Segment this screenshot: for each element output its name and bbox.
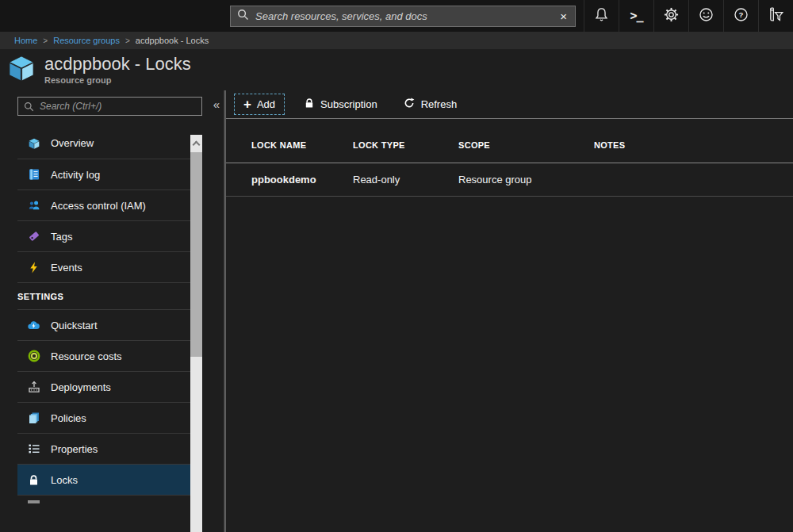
locks-table: LOCK NAME LOCK TYPE SCOPE NOTES ppbookde… <box>226 127 793 197</box>
add-button-label: Add <box>257 98 275 110</box>
sidebar-item-partial <box>17 495 191 504</box>
column-header-scope: SCOPE <box>458 140 594 150</box>
sidebar-item-label: Locks <box>51 474 78 486</box>
collapse-sidebar-icon[interactable]: « <box>213 98 220 111</box>
scrollbar-track[interactable] <box>190 357 202 532</box>
sidebar-item-label: Access control (IAM) <box>51 200 146 212</box>
page-subtitle: Resource group <box>44 75 191 85</box>
sidebar-item-label: Activity log <box>51 169 100 181</box>
tag-icon <box>27 230 40 243</box>
sidebar-item-label: Policies <box>51 412 86 424</box>
scope-cell: Resource group <box>458 174 594 186</box>
scrollbar-thumb[interactable] <box>190 152 202 357</box>
activity-log-icon <box>27 168 40 182</box>
bell-icon <box>593 6 610 26</box>
subscription-button-label: Subscription <box>320 98 377 110</box>
help-button[interactable]: ? <box>723 0 758 32</box>
sidebar-item-deployments[interactable]: Deployments <box>17 371 191 402</box>
page-title-block: acdppbook - Locks Resource group <box>44 55 191 84</box>
resource-costs-icon <box>27 350 40 363</box>
policies-icon <box>27 411 40 425</box>
notifications-bell-button[interactable] <box>584 0 619 32</box>
lock-type-cell: Read-only <box>353 174 458 186</box>
sidebar-item-label: Resource costs <box>51 350 122 362</box>
lightning-icon <box>27 261 40 274</box>
top-bar: Search resources, services, and docs × >… <box>0 0 793 32</box>
topbar-spacer <box>0 0 230 32</box>
page-title: acdppbook - Locks <box>44 55 191 74</box>
locks-blade: + Add Subscription Refresh <box>224 90 793 532</box>
menu-search-placeholder: Search (Ctrl+/) <box>40 101 102 112</box>
sidebar-item-events[interactable]: Events <box>17 251 191 282</box>
locks-toolbar: + Add Subscription Refresh <box>226 90 793 119</box>
topbar-flex-space <box>576 0 584 32</box>
quickstart-cloud-icon <box>27 319 40 332</box>
sidebar-item-access-control[interactable]: Access control (IAM) <box>17 189 191 220</box>
directory-filter-icon <box>768 6 785 26</box>
azure-portal-window: Search resources, services, and docs × >… <box>0 0 793 532</box>
sidebar-item-locks[interactable]: Locks <box>17 464 191 495</box>
plus-icon: + <box>243 99 251 110</box>
settings-button[interactable] <box>653 0 688 32</box>
breadcrumb-separator: > <box>43 36 48 45</box>
global-search-input[interactable]: Search resources, services, and docs × <box>230 6 576 27</box>
gear-icon <box>663 6 680 26</box>
svg-text:?: ? <box>739 10 744 19</box>
sidebar-item-quickstart[interactable]: Quickstart <box>17 309 191 340</box>
sidebar-item-label: Deployments <box>51 381 111 393</box>
table-row[interactable]: ppbookdemo Read-only Resource group <box>226 163 793 197</box>
refresh-button[interactable]: Refresh <box>396 93 464 116</box>
access-control-icon <box>27 199 40 212</box>
properties-list-icon <box>27 442 40 456</box>
cloud-shell-button[interactable]: >_ <box>619 0 653 32</box>
search-clear-icon[interactable]: × <box>558 10 569 23</box>
add-button[interactable]: + Add <box>234 94 285 115</box>
resource-menu-sidebar: Search (Ctrl+/) « Overview Activity log <box>0 90 224 532</box>
refresh-icon <box>403 97 416 112</box>
chevron-up-icon <box>193 141 201 149</box>
help-question-icon: ? <box>733 6 749 26</box>
refresh-button-label: Refresh <box>421 98 458 110</box>
menu-search-input[interactable]: Search (Ctrl+/) <box>17 97 202 116</box>
breadcrumb-separator: > <box>125 36 130 45</box>
sidebar-settings-header: SETTINGS <box>17 282 191 309</box>
search-icon <box>24 101 34 112</box>
sidebar-item-label: Quickstart <box>51 320 98 331</box>
sidebar-item-label: Overview <box>51 137 94 149</box>
lock-icon <box>27 473 40 487</box>
table-header-row: LOCK NAME LOCK TYPE SCOPE NOTES <box>226 127 793 163</box>
sidebar-item-tags[interactable]: Tags <box>17 220 191 251</box>
lock-icon <box>304 98 315 111</box>
sidebar-item-activity-log[interactable]: Activity log <box>17 159 191 189</box>
sidebar-item-label: Properties <box>51 443 98 455</box>
column-header-lock-name: LOCK NAME <box>251 140 353 150</box>
directory-filter-button[interactable] <box>758 0 793 32</box>
sidebar-item-policies[interactable]: Policies <box>17 402 191 433</box>
resource-group-cube-icon <box>6 53 36 86</box>
sidebar-nav: Overview Activity log Access control (IA… <box>17 128 191 504</box>
breadcrumb-resource-groups[interactable]: Resource groups <box>53 36 120 45</box>
cloud-shell-icon: >_ <box>630 9 642 23</box>
breadcrumb-home[interactable]: Home <box>14 36 37 45</box>
page-header: acdppbook - Locks Resource group <box>0 49 793 90</box>
subscription-button[interactable]: Subscription <box>297 94 384 115</box>
sidebar-item-properties[interactable]: Properties <box>17 433 191 464</box>
topbar-icon-group: >_ <box>584 0 793 32</box>
content-body: Search (Ctrl+/) « Overview Activity log <box>0 90 793 532</box>
breadcrumb: Home > Resource groups > acdppbook - Loc… <box>0 32 793 49</box>
global-search-placeholder: Search resources, services, and docs <box>255 10 558 22</box>
scrollbar-up-button[interactable] <box>190 135 202 152</box>
lock-name-cell: ppbookdemo <box>251 174 353 186</box>
sidebar-item-overview[interactable]: Overview <box>17 128 191 159</box>
partial-icon <box>28 500 40 503</box>
breadcrumb-current: acdppbook - Locks <box>136 36 209 45</box>
deployments-icon <box>27 381 40 394</box>
sidebar-item-label: Tags <box>51 231 72 243</box>
feedback-button[interactable] <box>688 0 723 32</box>
sidebar-scrollbar[interactable] <box>190 135 202 532</box>
column-header-lock-type: LOCK TYPE <box>353 140 458 150</box>
sidebar-item-resource-costs[interactable]: Resource costs <box>17 340 191 371</box>
smiley-icon <box>698 6 714 26</box>
search-icon <box>237 9 249 24</box>
column-header-notes: NOTES <box>594 140 793 150</box>
